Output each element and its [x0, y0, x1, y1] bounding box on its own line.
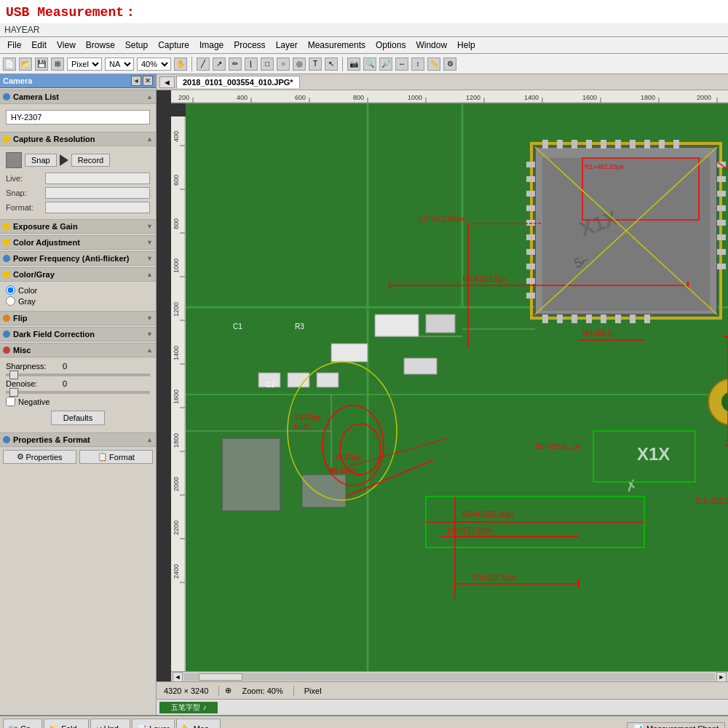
denoise-thumb[interactable]: [9, 388, 18, 397]
panel-pin-btn[interactable]: ◄: [131, 76, 141, 86]
tab-left-btn[interactable]: ◄: [159, 76, 175, 88]
camera-panel-header: Camera ◄ ✕: [0, 74, 156, 88]
hand-icon[interactable]: ✋: [174, 58, 187, 71]
toolbar-open-icon[interactable]: 📂: [19, 58, 32, 71]
menu-item-edit[interactable]: Edit: [27, 39, 51, 52]
flip-section-bar[interactable]: Flip ▼: [0, 311, 156, 325]
pencil-icon[interactable]: ✏: [229, 58, 242, 71]
measurement-sheet-tab[interactable]: 📊 Measurement Sheet: [627, 722, 725, 729]
camera-list-section[interactable]: Camera List ▲: [0, 90, 156, 104]
menu-item-setup[interactable]: Setup: [121, 39, 152, 52]
taskbar-folder-btn[interactable]: 📁 Fold...: [44, 719, 89, 728]
denoise-row: Denoise: 0: [6, 378, 150, 389]
arrow-icon[interactable]: ↗: [213, 58, 226, 71]
camera-item[interactable]: HY-2307: [6, 110, 150, 124]
format-btn-label: Format: [109, 453, 135, 462]
hscroll-thumb[interactable]: [199, 673, 242, 681]
taskbar-layer-btn[interactable]: 📑 Layer: [132, 719, 175, 728]
zoom-in-icon[interactable]: 🔍: [363, 58, 376, 71]
scroll-right-btn[interactable]: ►: [716, 672, 727, 682]
denoise-track[interactable]: [6, 391, 150, 394]
polygon-icon[interactable]: ◎: [293, 58, 306, 71]
taskbar-undo-btn[interactable]: ↩ Und...: [90, 719, 130, 728]
cursor-icon[interactable]: ↖: [325, 58, 338, 71]
menu-item-capture[interactable]: Capture: [154, 39, 194, 52]
menu-item-view[interactable]: View: [52, 39, 80, 52]
capture-section-bar[interactable]: Capture & Resolution ▲: [0, 132, 156, 146]
live-control[interactable]: [45, 173, 150, 184]
svg-rect-60: [571, 140, 577, 149]
menu-item-layer[interactable]: Layer: [272, 39, 302, 52]
format-control[interactable]: [45, 202, 150, 213]
misc-section-bar[interactable]: Misc ▲: [0, 343, 156, 357]
svg-rect-55: [542, 158, 710, 311]
menu-item-help[interactable]: Help: [453, 39, 480, 52]
measure-icon[interactable]: ⌊: [245, 58, 258, 71]
image-area[interactable]: 200 400 600 800 1000 1200 1400 1600: [157, 90, 728, 681]
gray-radio[interactable]: [6, 296, 15, 306]
camera2-icon[interactable]: 📷: [347, 58, 360, 71]
settings2-icon[interactable]: ⚙: [443, 58, 456, 71]
menu-item-image[interactable]: Image: [195, 39, 228, 52]
ime-icon: ♪: [203, 703, 207, 711]
misc-title: Misc: [3, 346, 31, 355]
toolbar-sep1: [191, 57, 192, 71]
negative-label: Negative: [18, 397, 50, 406]
flip-v-icon[interactable]: ↕: [411, 58, 424, 71]
svg-text:2000: 2000: [173, 477, 180, 491]
panel-close-btn[interactable]: ✕: [143, 76, 153, 86]
line-icon[interactable]: ╱: [197, 58, 210, 71]
toolbar-new-icon[interactable]: 📄: [3, 58, 16, 71]
rect-icon[interactable]: □: [261, 58, 274, 71]
svg-rect-75: [644, 314, 650, 323]
exposure-section-bar[interactable]: Exposure & Gain ▼: [0, 219, 156, 234]
toolbar-grid-icon[interactable]: ⊞: [51, 58, 64, 71]
snap-button[interactable]: Snap: [25, 154, 57, 167]
color-gray-section-bar[interactable]: Color/Gray ▲: [0, 267, 156, 282]
negative-checkbox[interactable]: [6, 397, 15, 406]
na-select[interactable]: NA: [105, 58, 134, 71]
color-adj-label: Color Adjustment: [13, 238, 80, 247]
toolbar-save-icon[interactable]: 💾: [35, 58, 48, 71]
snap-label2: Snap:: [6, 189, 42, 197]
taskbar-measurement-btn[interactable]: 📏 Mea...: [176, 719, 221, 728]
menu-item-options[interactable]: Options: [371, 39, 410, 52]
pixel-select[interactable]: Pixel: [67, 58, 102, 71]
zoom-select[interactable]: 40%: [137, 58, 171, 71]
svg-rect-101: [426, 314, 455, 333]
format-button[interactable]: 📋 Format: [79, 450, 153, 464]
color-adj-section-bar[interactable]: Color Adjustment ▼: [0, 235, 156, 250]
ellipse-icon[interactable]: ○: [277, 58, 290, 71]
menu-item-file[interactable]: File: [3, 39, 25, 52]
properties-section-bar[interactable]: Properties & Format ▲: [0, 432, 156, 447]
properties-button[interactable]: ⚙ Properties: [3, 450, 76, 464]
zoom-out-icon[interactable]: 🔎: [379, 58, 392, 71]
text-icon[interactable]: T: [309, 58, 322, 71]
power-freq-section-bar[interactable]: Power Frequency (Anti-flicker) ▼: [0, 251, 156, 266]
sharpness-track[interactable]: [6, 373, 150, 376]
menu-item-process[interactable]: Process: [229, 39, 269, 52]
scroll-left-btn[interactable]: ◄: [173, 672, 183, 682]
taskbar-camera-btn[interactable]: 📷 Ca...: [3, 719, 42, 728]
cursor-icon: ⊕: [225, 686, 232, 695]
measure2-icon[interactable]: 📏: [427, 58, 440, 71]
menu-item-browse[interactable]: Browse: [82, 39, 119, 52]
menu-item-window[interactable]: Window: [411, 39, 451, 52]
taskbar: 📷 Ca... 📁 Fold... ↩ Und... 📑 Layer 📏 Mea…: [0, 715, 728, 728]
flip-icon: [3, 314, 10, 322]
properties-icon: [3, 436, 10, 443]
main-tab[interactable]: 2018_0101_003554_010.JPG*: [176, 76, 300, 88]
sharpness-thumb[interactable]: [9, 371, 18, 379]
record-button[interactable]: Record: [71, 154, 110, 167]
defaults-button[interactable]: Defaults: [51, 411, 105, 425]
dark-field-section-bar[interactable]: Dark Field Correction ▼: [0, 327, 156, 341]
svg-rect-62: [601, 140, 606, 149]
flip-h-icon[interactable]: ↔: [395, 58, 408, 71]
hscroll-track[interactable]: [184, 673, 715, 681]
status-bar: 4320 × 3240 ⊕ Zoom: 40% Pixel: [157, 681, 728, 699]
menu-item-measurements[interactable]: Measurements: [304, 39, 370, 52]
color-radio[interactable]: [6, 285, 15, 295]
svg-rect-63: [615, 140, 621, 149]
svg-rect-93: [717, 264, 726, 269]
snap-control[interactable]: [45, 187, 150, 199]
